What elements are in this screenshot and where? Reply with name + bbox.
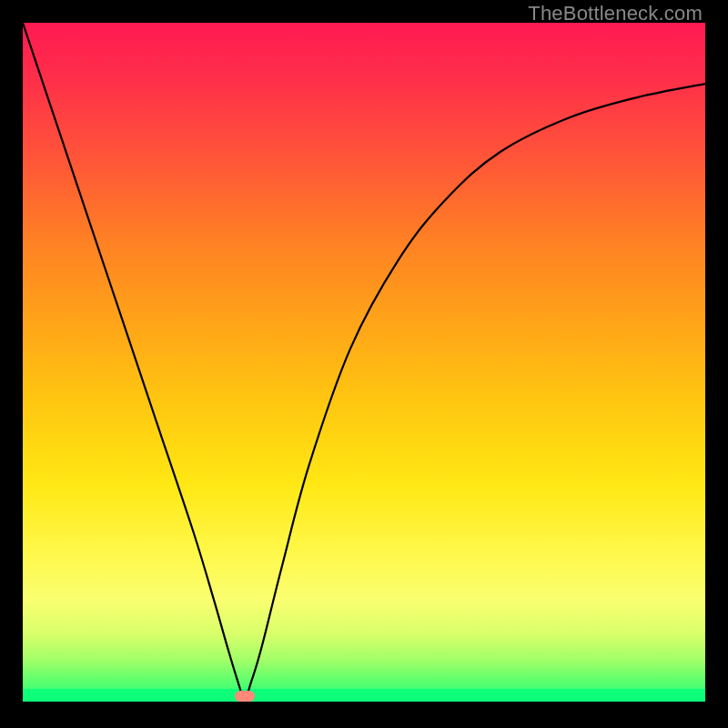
- plot-area: [23, 23, 705, 702]
- watermark-text: TheBottleneck.com: [528, 2, 703, 25]
- optimum-marker: [235, 691, 255, 702]
- bottleneck-curve-line: [23, 23, 705, 698]
- curve-svg: [23, 23, 705, 702]
